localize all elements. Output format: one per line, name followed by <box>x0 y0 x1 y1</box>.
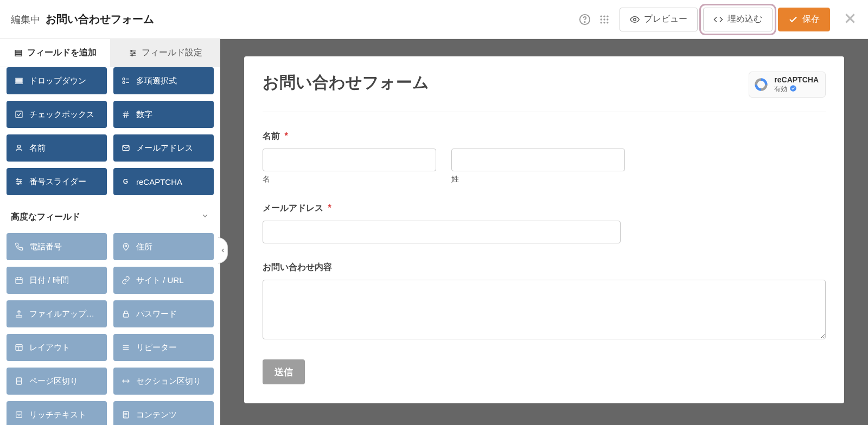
svg-rect-45 <box>16 278 22 284</box>
field-block-list[interactable]: ドロップダウン <box>7 67 107 94</box>
phone-icon <box>14 242 24 251</box>
upload-icon <box>14 310 24 318</box>
svg-rect-30 <box>16 111 22 118</box>
field-block-label: コンテンツ <box>136 410 177 420</box>
field-block-phone[interactable]: 電話番号 <box>7 233 107 260</box>
field-block-mail[interactable]: メールアドレス <box>113 134 214 162</box>
field-block-hash[interactable]: 数字 <box>113 101 214 128</box>
tab-settings-label: フィールド設定 <box>142 47 202 59</box>
page-icon <box>14 377 24 385</box>
svg-point-20 <box>131 50 132 51</box>
g-icon: G <box>121 177 131 186</box>
preview-label: プレビュー <box>644 14 687 25</box>
editing-label: 編集中 <box>11 14 40 25</box>
tab-add-label: フィールドを追加 <box>27 47 97 59</box>
svg-point-21 <box>133 52 135 54</box>
form-field-name[interactable]: 名前 * 名 姓 <box>263 131 826 184</box>
field-block-label: リピーター <box>136 343 177 353</box>
svg-point-42 <box>17 183 19 185</box>
field-block-lock[interactable]: パスワード <box>113 300 214 327</box>
svg-point-9 <box>603 22 605 23</box>
required-marker: * <box>284 131 288 140</box>
hash-icon <box>121 110 131 119</box>
svg-point-35 <box>17 145 20 148</box>
svg-point-11 <box>634 18 636 21</box>
required-marker: * <box>328 203 331 212</box>
svg-line-34 <box>126 111 127 118</box>
content-icon <box>121 410 131 419</box>
first-name-input[interactable] <box>263 149 436 171</box>
apps-grid-icon[interactable] <box>595 10 614 29</box>
field-block-rich[interactable]: リッチテキスト <box>7 401 107 425</box>
submit-button[interactable]: 送信 <box>263 359 305 384</box>
field-block-label: 数字 <box>136 110 152 120</box>
field-block-calendar[interactable]: 日付 / 時間 <box>7 267 107 294</box>
svg-point-44 <box>125 245 126 247</box>
field-block-g[interactable]: GreCAPTCHA <box>113 168 214 195</box>
advanced-fields-grid: 電話番号住所日付 / 時間サイト / URLファイルアップロ...パスワードレイ… <box>7 233 214 425</box>
svg-point-28 <box>123 81 125 83</box>
verified-icon <box>789 85 797 94</box>
page-title: 編集中 お問い合わせフォーム <box>11 12 154 27</box>
email-input[interactable] <box>263 221 621 243</box>
check-icon <box>788 15 798 24</box>
help-icon[interactable] <box>575 10 595 29</box>
field-block-label: 住所 <box>136 242 152 252</box>
tab-field-settings[interactable]: フィールド設定 <box>110 39 220 67</box>
embed-button[interactable]: 埋め込む <box>703 8 773 31</box>
field-block-sliders[interactable]: 番号スライダー <box>7 168 107 195</box>
svg-rect-16 <box>15 54 22 56</box>
svg-point-8 <box>601 22 602 23</box>
repeat-icon <box>121 343 131 352</box>
svg-point-1 <box>584 21 585 22</box>
form-field-email[interactable]: メールアドレス * <box>263 203 826 243</box>
advanced-title: 高度なフィールド <box>11 211 80 223</box>
recaptcha-status: 有効 <box>774 85 787 93</box>
form-field-message[interactable]: お問い合わせ内容 <box>263 262 826 341</box>
form-title: お問い合わせフォーム <box>263 72 429 94</box>
field-block-layout[interactable]: レイアウト <box>7 334 107 361</box>
field-block-label: 多項選択式 <box>136 76 177 86</box>
advanced-section-header[interactable]: 高度なフィールド <box>7 205 214 229</box>
svg-point-26 <box>123 78 125 80</box>
field-block-pin[interactable]: 住所 <box>113 233 214 260</box>
svg-rect-51 <box>16 345 22 351</box>
svg-rect-23 <box>16 78 22 79</box>
field-block-section[interactable]: セクション区切り <box>113 368 214 395</box>
svg-text:G: G <box>123 178 128 185</box>
field-block-label: 日付 / 時間 <box>29 275 69 286</box>
svg-rect-25 <box>16 82 22 83</box>
svg-point-2 <box>601 15 602 17</box>
field-block-label: セクション区切り <box>136 376 201 387</box>
user-icon <box>14 144 24 152</box>
field-block-label: レイアウト <box>29 343 70 353</box>
preview-button[interactable]: プレビュー <box>620 8 698 31</box>
field-block-content[interactable]: コンテンツ <box>113 401 214 425</box>
tab-add-field[interactable]: フィールドを追加 <box>0 39 110 67</box>
field-block-check[interactable]: チェックボックス <box>7 101 107 128</box>
svg-rect-15 <box>15 52 22 54</box>
sidebar: フィールドを追加 フィールド設定 ドロップダウン多項選択式チェックボックス数字名… <box>0 39 220 425</box>
save-button[interactable]: 保存 <box>778 8 830 31</box>
field-block-user[interactable]: 名前 <box>7 134 107 162</box>
field-block-radio[interactable]: 多項選択式 <box>113 67 214 94</box>
lock-icon <box>121 310 131 318</box>
recaptcha-title: reCAPTCHA <box>774 75 819 85</box>
chevron-down-icon <box>201 211 209 222</box>
field-block-upload[interactable]: ファイルアップロ... <box>7 300 107 327</box>
message-textarea[interactable] <box>263 280 826 339</box>
field-block-page[interactable]: ページ区切り <box>7 368 107 395</box>
svg-point-7 <box>607 18 608 20</box>
svg-point-3 <box>603 15 605 17</box>
field-block-link[interactable]: サイト / URL <box>113 267 214 294</box>
sliders-icon <box>129 49 137 57</box>
close-icon[interactable] <box>843 11 857 27</box>
basic-fields-grid: ドロップダウン多項選択式チェックボックス数字名前メールアドレス番号スライダーGr… <box>7 67 214 195</box>
recaptcha-status-chip[interactable]: reCAPTCHA 有効 <box>749 72 826 98</box>
form-preview-card[interactable]: お問い合わせフォーム reCAPTCHA 有効 <box>244 56 844 403</box>
section-icon <box>121 377 131 385</box>
check-icon <box>14 110 24 119</box>
field-block-repeat[interactable]: リピーター <box>113 334 214 361</box>
mail-icon <box>121 144 131 152</box>
last-name-input[interactable] <box>451 149 625 171</box>
